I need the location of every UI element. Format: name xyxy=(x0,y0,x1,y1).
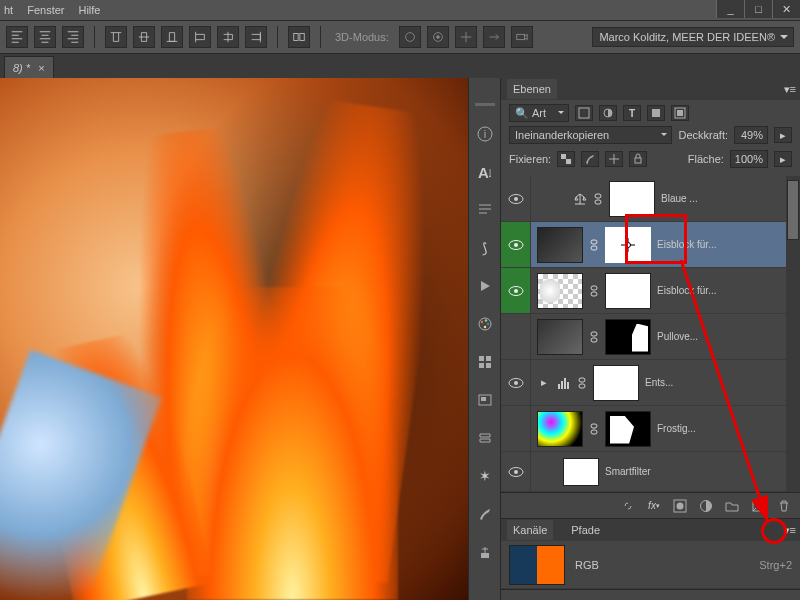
layers-tab[interactable]: Ebenen xyxy=(507,79,557,99)
visibility-toggle[interactable] xyxy=(501,314,531,359)
filter-pixel-icon[interactable] xyxy=(575,105,593,121)
document-canvas[interactable] xyxy=(0,78,468,600)
navigator-panel-icon[interactable] xyxy=(473,388,497,412)
layer-row[interactable]: Frostig... ▴ xyxy=(501,406,800,452)
filter-smart-icon[interactable] xyxy=(671,105,689,121)
visibility-toggle[interactable] xyxy=(501,176,531,221)
adjustments-panel-icon[interactable]: ⟆ xyxy=(473,236,497,260)
visibility-toggle[interactable] xyxy=(501,452,531,491)
delete-layer-icon[interactable] xyxy=(776,498,792,514)
visibility-toggle[interactable] xyxy=(501,222,531,267)
layer-name[interactable]: Frostig... xyxy=(657,423,782,434)
blend-mode-dropdown[interactable]: Ineinanderkopieren xyxy=(509,126,672,144)
document-tab[interactable]: 8) * × xyxy=(4,56,54,78)
3d-pan-icon[interactable] xyxy=(455,26,477,48)
add-mask-icon[interactable] xyxy=(672,498,688,514)
lock-transparency-icon[interactable] xyxy=(557,151,575,167)
layer-mask-thumb[interactable] xyxy=(593,365,639,401)
lock-position-icon[interactable] xyxy=(605,151,623,167)
layer-thumb[interactable] xyxy=(537,273,583,309)
layer-name[interactable]: Blaue ... xyxy=(661,193,794,204)
layer-name[interactable]: Ents... xyxy=(645,377,794,388)
auto-align-icon[interactable] xyxy=(288,26,310,48)
layer-name[interactable]: Eisblock für... xyxy=(657,285,794,296)
dock-grip[interactable] xyxy=(469,100,500,108)
lock-pixels-icon[interactable] xyxy=(581,151,599,167)
distribute-top-icon[interactable] xyxy=(105,26,127,48)
opacity-input[interactable]: 49% xyxy=(734,126,768,144)
paths-tab[interactable]: Pfade xyxy=(565,520,606,540)
layer-row[interactable]: Smartfilter xyxy=(501,452,800,492)
layer-row[interactable]: Blaue ... xyxy=(501,176,800,222)
layer-filter-dropdown[interactable]: 🔍Art xyxy=(509,104,569,122)
new-group-icon[interactable] xyxy=(724,498,740,514)
scrollbar-thumb[interactable] xyxy=(787,180,799,240)
workspace-dropdown[interactable]: Marco Kolditz, MEER DER IDEEN® xyxy=(592,27,794,47)
window-maximize-button[interactable]: □ xyxy=(744,0,772,18)
layer-thumb[interactable] xyxy=(537,319,583,355)
distribute-hcenter-icon[interactable] xyxy=(217,26,239,48)
align-center-icon[interactable] xyxy=(34,26,56,48)
color-panel-icon[interactable] xyxy=(473,312,497,336)
layer-mask-thumb[interactable] xyxy=(605,273,651,309)
layer-row[interactable]: Eisblock für... xyxy=(501,222,800,268)
filter-mask-thumb[interactable] xyxy=(563,458,599,486)
info-panel-icon[interactable]: i xyxy=(473,122,497,146)
distribute-left-icon[interactable] xyxy=(189,26,211,48)
3d-slide-icon[interactable] xyxy=(483,26,505,48)
actions-panel-icon[interactable] xyxy=(473,274,497,298)
align-left-icon[interactable] xyxy=(6,26,28,48)
filter-type-icon[interactable]: T xyxy=(623,105,641,121)
opacity-slider-toggle[interactable]: ▸ xyxy=(774,127,792,143)
distribute-bottom-icon[interactable] xyxy=(161,26,183,48)
layer-thumb[interactable] xyxy=(537,411,583,447)
panel-menu-icon[interactable]: ▾≡ xyxy=(784,524,796,537)
layer-mask-thumb[interactable] xyxy=(609,181,655,217)
close-tab-icon[interactable]: × xyxy=(38,62,44,74)
channels-tab[interactable]: Kanäle xyxy=(507,520,553,540)
window-minimize-button[interactable]: _ xyxy=(716,0,744,18)
expand-toggle[interactable]: ▸ xyxy=(537,376,551,389)
layer-mask-thumb[interactable] xyxy=(605,411,651,447)
fx-icon[interactable]: fx▾ xyxy=(646,498,662,514)
layer-thumb[interactable] xyxy=(537,227,583,263)
swatches-panel-icon[interactable] xyxy=(473,350,497,374)
distribute-right-icon[interactable] xyxy=(245,26,267,48)
fill-slider-toggle[interactable]: ▸ xyxy=(774,151,792,167)
history-panel-icon[interactable] xyxy=(473,426,497,450)
menu-item-help[interactable]: Hilfe xyxy=(78,4,100,16)
menu-item[interactable]: ht xyxy=(4,4,13,16)
layers-scrollbar[interactable] xyxy=(786,176,800,492)
new-layer-icon[interactable] xyxy=(750,498,766,514)
3d-roll-icon[interactable] xyxy=(427,26,449,48)
layer-row[interactable]: ▸ Ents... xyxy=(501,360,800,406)
brush-panel-icon[interactable] xyxy=(473,502,497,526)
visibility-toggle[interactable] xyxy=(501,268,531,313)
paragraph-panel-icon[interactable] xyxy=(473,198,497,222)
distribute-vcenter-icon[interactable] xyxy=(133,26,155,48)
character-panel-icon[interactable]: A| xyxy=(473,160,497,184)
layer-name[interactable]: Pullove... xyxy=(657,331,794,342)
menu-item-window[interactable]: Fenster xyxy=(27,4,64,16)
filter-adjust-icon[interactable] xyxy=(599,105,617,121)
new-adjustment-icon[interactable] xyxy=(698,498,714,514)
layer-row[interactable]: Eisblock für... xyxy=(501,268,800,314)
channel-row[interactable]: RGB Strg+2 xyxy=(501,541,800,589)
styles-panel-icon[interactable]: ✶ xyxy=(473,464,497,488)
visibility-toggle[interactable] xyxy=(501,406,531,451)
layer-row[interactable]: Pullove... xyxy=(501,314,800,360)
filter-shape-icon[interactable] xyxy=(647,105,665,121)
align-right-icon[interactable] xyxy=(62,26,84,48)
link-layers-icon[interactable] xyxy=(620,498,636,514)
layer-name[interactable]: Smartfilter xyxy=(605,466,794,477)
lock-all-icon[interactable] xyxy=(629,151,647,167)
layer-mask-thumb[interactable] xyxy=(605,319,651,355)
3d-orbit-icon[interactable] xyxy=(399,26,421,48)
layer-mask-thumb[interactable] xyxy=(605,227,651,263)
layer-name[interactable]: Eisblock für... xyxy=(657,239,794,250)
3d-camera-icon[interactable] xyxy=(511,26,533,48)
panel-menu-icon[interactable]: ▾≡ xyxy=(784,83,796,96)
visibility-toggle[interactable] xyxy=(501,360,531,405)
window-close-button[interactable]: ✕ xyxy=(772,0,800,18)
clone-panel-icon[interactable] xyxy=(473,540,497,564)
